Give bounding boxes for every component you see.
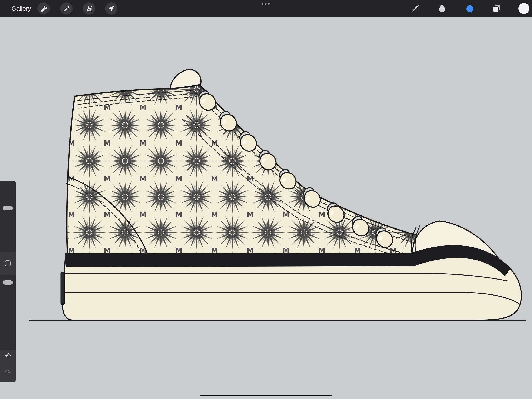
sneaker-illustration (61, 70, 521, 320)
redo-button[interactable]: ↷ (0, 367, 16, 377)
magic-wand-icon (63, 5, 70, 12)
drawing-canvas[interactable]: MMMM (0, 0, 532, 399)
canvas-menu-dots[interactable]: ••• (261, 0, 271, 7)
modify-button[interactable] (5, 260, 11, 266)
brush-icon (411, 4, 420, 13)
layers-icon (492, 4, 501, 13)
smudge-finger-icon (437, 4, 447, 13)
wrench-icon (40, 5, 47, 12)
brush-size-track[interactable] (0, 181, 16, 252)
heel-tab (61, 272, 65, 304)
smudge-tool-button[interactable] (437, 3, 447, 14)
brush-tool-button[interactable] (410, 3, 420, 14)
eraser-tool-button[interactable] (465, 3, 475, 14)
home-indicator[interactable] (200, 394, 332, 396)
top-toolbar: Gallery S ••• (0, 0, 532, 17)
transform-button[interactable] (105, 2, 117, 15)
procreate-window: MMMM (0, 0, 532, 399)
undo-button[interactable]: ↶ (0, 351, 16, 360)
brush-sidebar: ↶ ↷ (0, 180, 16, 382)
gallery-button[interactable]: Gallery (12, 0, 31, 17)
layers-button[interactable] (492, 3, 502, 14)
adjustments-button[interactable] (60, 2, 73, 15)
selection-button[interactable]: S (83, 2, 95, 15)
eraser-icon (465, 4, 475, 13)
transform-arrow-icon (108, 5, 115, 12)
selection-icon: S (86, 5, 91, 12)
actions-button[interactable] (38, 2, 50, 15)
color-swatch-button[interactable] (518, 3, 529, 14)
brush-size-slider[interactable] (3, 206, 13, 210)
opacity-slider[interactable] (3, 280, 13, 285)
opacity-track[interactable] (0, 275, 16, 350)
